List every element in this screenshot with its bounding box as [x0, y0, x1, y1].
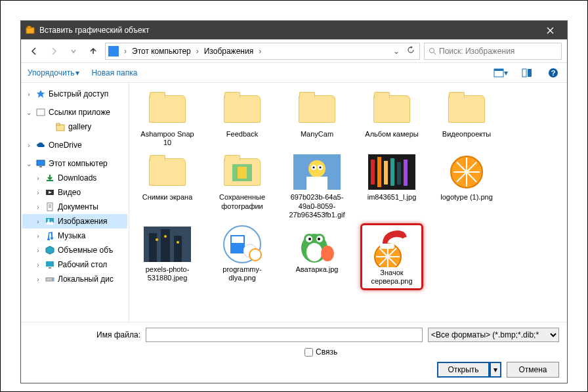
file-item[interactable]: Аватарка.jpg — [285, 223, 348, 290]
chevron-right-icon[interactable]: › — [121, 47, 129, 56]
link-checkbox[interactable] — [304, 348, 313, 357]
svg-rect-11 — [56, 123, 60, 125]
bottom-panel: Имя файла: <Все форматы> (*.bmp;*.dib;* … — [21, 322, 567, 383]
search-input[interactable]: Поиск: Изображения — [424, 43, 562, 60]
tree-app-links[interactable]: ⌄Ссылки приложе — [22, 105, 127, 120]
close-button[interactable] — [537, 21, 563, 39]
tree-this-pc[interactable]: ⌄Этот компьютер — [22, 156, 127, 171]
svg-point-46 — [177, 241, 179, 244]
svg-rect-1 — [28, 26, 31, 28]
preview-pane-button[interactable] — [520, 66, 534, 80]
svg-point-58 — [308, 238, 311, 240]
file-item[interactable]: logotype (1).png — [435, 151, 498, 221]
svg-rect-38 — [404, 160, 408, 186]
address-bar[interactable]: › Этот компьютер › Изображения › ⌄ — [105, 43, 420, 60]
tree-videos[interactable]: ›Видео — [22, 185, 127, 200]
file-item[interactable]: im843651_l.jpg — [360, 151, 423, 221]
window-title: Вставить графический объект — [39, 26, 150, 35]
file-label: Значок сервера.png — [365, 269, 419, 286]
refresh-button[interactable] — [405, 46, 417, 56]
svg-point-45 — [164, 235, 167, 238]
file-item[interactable]: Сохраненные фотографии — [211, 151, 274, 221]
svg-rect-42 — [161, 229, 170, 262]
file-item[interactable]: Снимки экрана — [136, 151, 199, 221]
svg-point-53 — [306, 243, 322, 261]
up-button[interactable] — [85, 43, 101, 59]
tree-onedrive[interactable]: ›OneDrive — [22, 138, 127, 152]
file-label: pexels-photo-531880.jpeg — [137, 265, 198, 282]
organize-menu[interactable]: Упорядочить ▾ — [28, 68, 79, 77]
thispc-icon — [108, 46, 119, 56]
cancel-button[interactable]: Отмена — [507, 362, 559, 378]
svg-rect-5 — [522, 69, 526, 77]
svg-point-26 — [308, 160, 326, 177]
recent-dropdown[interactable] — [66, 43, 81, 59]
file-item[interactable]: Альбом камеры — [360, 88, 423, 148]
file-open-dialog: Вставить графический объект › Этот компь… — [20, 20, 568, 383]
tree-pictures[interactable]: ›Изображения — [22, 214, 127, 229]
file-thumbnail — [219, 89, 266, 129]
file-item[interactable]: Feedback — [211, 88, 274, 148]
help-button[interactable]: ? — [546, 66, 560, 80]
filename-input[interactable] — [146, 328, 423, 342]
path-root[interactable]: Этот компьютер — [132, 47, 191, 56]
file-item[interactable]: programmy-dlya.png — [211, 223, 274, 290]
svg-point-22 — [52, 279, 53, 280]
tree-documents[interactable]: ›Документы — [22, 200, 127, 214]
svg-rect-35 — [384, 161, 388, 185]
file-label: ManyCam — [301, 130, 333, 139]
svg-rect-24 — [238, 167, 247, 179]
svg-point-59 — [318, 238, 320, 240]
nav-row: › Этот компьютер › Изображения › ⌄ Поиск… — [21, 39, 567, 63]
svg-rect-33 — [371, 160, 375, 185]
svg-point-2 — [430, 48, 434, 53]
svg-point-30 — [320, 167, 322, 169]
chevron-right-icon[interactable]: › — [194, 47, 201, 56]
forward-button[interactable] — [46, 43, 62, 59]
tree-3d-objects[interactable]: ›Объемные объ — [22, 243, 127, 257]
svg-rect-4 — [494, 69, 503, 71]
svg-rect-6 — [528, 69, 532, 77]
file-item[interactable]: ManyCam — [285, 88, 348, 148]
open-button[interactable]: Открыть — [437, 362, 490, 378]
chevron-right-icon[interactable]: › — [256, 47, 264, 56]
file-label: Feedback — [226, 130, 258, 139]
new-folder-button[interactable]: Новая папка — [91, 68, 137, 77]
tree-gallery[interactable]: gallery — [22, 120, 127, 134]
file-item[interactable]: Ashampoo Snap 10 — [136, 88, 199, 148]
file-item[interactable]: Значок сервера.png — [360, 223, 423, 290]
svg-point-60 — [321, 246, 334, 261]
svg-rect-14 — [47, 180, 53, 181]
file-label: Альбом камеры — [365, 130, 418, 139]
file-item[interactable]: 697b023b-64a5-49a0-8059-27b963453fb1.gif — [285, 151, 348, 221]
file-thumbnail — [293, 152, 341, 192]
toolbar: Упорядочить ▾ Новая папка ▾ ? — [21, 63, 567, 83]
tree-quick-access[interactable]: ›Быстрый доступ — [22, 87, 127, 101]
file-item[interactable]: Видеопроекты — [435, 88, 498, 148]
address-dropdown[interactable]: ⌄ — [390, 47, 402, 56]
file-item[interactable]: pexels-photo-531880.jpeg — [136, 223, 199, 290]
svg-point-51 — [249, 249, 261, 261]
svg-rect-16 — [47, 203, 52, 211]
filetype-select[interactable]: <Все форматы> (*.bmp;*.dib;* — [428, 328, 559, 342]
svg-rect-13 — [39, 166, 42, 167]
svg-rect-20 — [49, 267, 51, 269]
tree-downloads[interactable]: ›Downloads — [22, 171, 127, 185]
titlebar: Вставить графический объект — [21, 21, 567, 39]
svg-rect-19 — [46, 261, 54, 267]
open-dropdown[interactable]: ▾ — [490, 362, 501, 378]
tree-local-disk[interactable]: ›Локальный дис — [22, 272, 127, 286]
file-thumbnail — [368, 228, 415, 267]
tree-music[interactable]: ›Музыка — [22, 229, 127, 243]
svg-rect-41 — [149, 233, 157, 262]
svg-point-29 — [313, 167, 315, 169]
tree-desktop[interactable]: ›Рабочий стол — [22, 257, 127, 272]
back-button[interactable] — [26, 43, 42, 59]
path-folder[interactable]: Изображения — [204, 47, 253, 56]
svg-rect-36 — [390, 158, 394, 186]
svg-rect-12 — [37, 160, 45, 165]
view-mode-button[interactable]: ▾ — [494, 66, 508, 80]
file-thumbnail — [368, 152, 415, 192]
svg-rect-9 — [37, 109, 45, 116]
file-label: Видеопроекты — [442, 130, 491, 139]
